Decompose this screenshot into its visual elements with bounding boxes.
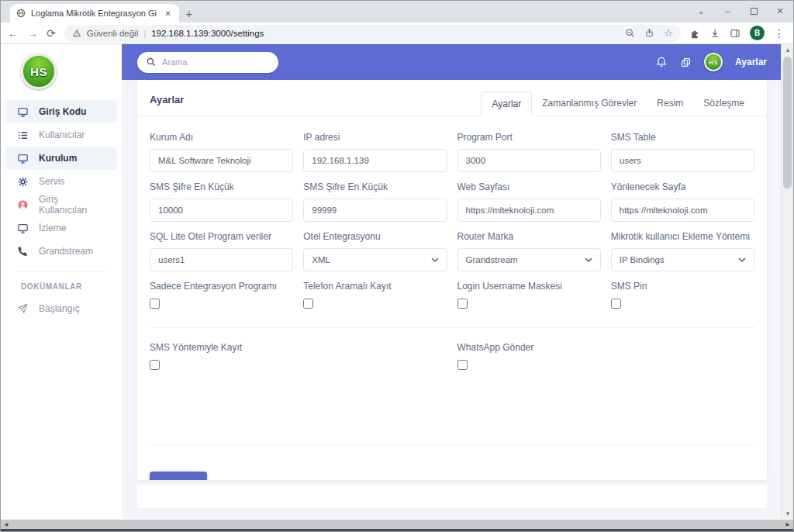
router-marka-select[interactable]: Grandstream (457, 248, 601, 271)
url-text[interactable]: 192.168.1.139:3000/settings (151, 29, 264, 38)
user-avatar-text: HS (709, 59, 718, 66)
checkbox-telefon-aramali: Telefon Aramalı Kayıt (303, 281, 447, 312)
tab-title: Loglama Mikrotik Entegrasyon Gi (31, 9, 158, 18)
horizontal-scrollbar[interactable]: ◄ ► (1, 520, 793, 529)
sidebar-item-grandstream[interactable]: Grandstream (5, 240, 117, 263)
yonlenecek-sayfa-input[interactable] (611, 199, 754, 222)
side-panel-icon[interactable] (730, 28, 740, 39)
field-program-port: Program Port (457, 132, 601, 172)
app-header: HS Ayarlar (122, 44, 782, 80)
sms-pin-checkbox[interactable] (611, 299, 621, 309)
browser-window: { "colors": { "accent_indigo": "#5e6bd3"… (0, 0, 794, 532)
chevron-down-icon (738, 257, 746, 262)
notifications-bell-icon[interactable] (655, 56, 668, 68)
new-tab-button[interactable]: + (179, 4, 199, 22)
extensions-puzzle-icon[interactable] (689, 28, 700, 39)
vertical-scrollbar-thumb[interactable] (783, 57, 792, 188)
field-sqlite-otel: SQL Lite Otel Program veriler (150, 231, 293, 271)
sidebar-item-izleme[interactable]: İzleme (5, 216, 117, 240)
field-sms-sifre-max: SMS Şifre En Küçük (303, 181, 447, 222)
user-avatar[interactable]: HS (704, 53, 723, 71)
settings-form: Kurum Adı IP adresi Program Port SMS Tab… (137, 116, 767, 480)
sidebar-item-baslangic[interactable]: Başlangıç (5, 297, 117, 320)
ip-adresi-input[interactable] (303, 149, 447, 172)
otel-entegrasyonu-select[interactable]: XML (303, 248, 447, 271)
spacer (150, 376, 754, 432)
browser-menu-icon[interactable]: ⋮ (774, 27, 785, 40)
sidebar-item-kullanicilar[interactable]: Kullanıcılar (5, 123, 117, 147)
security-label[interactable]: Güvenli değil (87, 29, 138, 38)
tab-close-icon[interactable]: ✕ (164, 9, 173, 18)
profile-avatar[interactable]: B (750, 26, 765, 40)
card-header: Ayarlar Ayarlar Zamanlanmış Görevler Res… (137, 80, 767, 116)
download-icon[interactable] (709, 28, 720, 39)
settings-tabs: Ayarlar Zamanlanmış Görevler Resim Sözle… (481, 92, 754, 116)
checkbox-label: Telefon Aramalı Kayıt (303, 281, 447, 292)
sidebar-item-giris-kullanicilari[interactable]: Giriş Kullanıcıları (5, 193, 117, 216)
checkbox-label: Login Username Maskesi (457, 281, 601, 292)
checkbox-login-maskesi: Login Username Maskesi (457, 281, 601, 312)
window-close-button[interactable]: ✕ (767, 1, 793, 21)
save-button[interactable]: Kaydet (150, 472, 207, 480)
sidebar-item-label: Başlangıç (39, 303, 80, 314)
app-logo[interactable]: HS (1, 44, 122, 97)
tab-sozlesme[interactable]: Sözleşme (693, 92, 754, 116)
search-input[interactable] (162, 57, 269, 67)
apps-stack-icon[interactable] (680, 57, 692, 68)
tab-resim[interactable]: Resim (647, 92, 693, 116)
mikrotik-ekleme-select[interactable]: IP Bindings (611, 248, 754, 271)
bookmark-star-icon[interactable]: ☆ (664, 27, 673, 39)
browser-tab[interactable]: Loglama Mikrotik Entegrasyon Gi ✕ (10, 4, 179, 22)
tab-ayarlar[interactable]: Ayarlar (481, 92, 532, 116)
field-router-marka: Router Marka Grandstream (457, 231, 601, 271)
telefon-aramali-checkbox[interactable] (303, 299, 313, 309)
sidebar-item-label: İzleme (39, 223, 66, 233)
field-sms-sifre-min: SMS Şifre En Küçük (150, 181, 293, 222)
scroll-left-arrow[interactable]: ◄ (3, 521, 9, 528)
web-sayfasi-input[interactable] (457, 199, 601, 222)
tab-zamanlanmis-gorevler[interactable]: Zamanlanmış Görevler (532, 92, 647, 116)
kurum-adi-input[interactable] (150, 149, 293, 172)
sms-sifre-min-input[interactable] (150, 199, 293, 222)
checkbox-sms-pin: SMS Pin (611, 281, 754, 312)
search-box[interactable] (137, 52, 278, 73)
checkbox-sms-yontemiyle: SMS Yöntemiyle Kayıt (150, 342, 293, 373)
sidebar-item-label: Giriş Kullanıcıları (39, 194, 106, 216)
sms-table-input[interactable] (611, 149, 754, 172)
scroll-up-arrow[interactable]: ▲ (782, 44, 794, 55)
sidebar-item-giris-kodu[interactable]: Giriş Kodu (5, 100, 117, 123)
window-bottom-edge (1, 529, 793, 532)
sms-yontemiyle-checkbox[interactable] (150, 360, 160, 370)
chevron-down-icon (431, 257, 439, 262)
button-row: Kaydet (150, 459, 754, 480)
login-maskesi-checkbox[interactable] (457, 299, 468, 309)
share-icon[interactable] (644, 28, 654, 38)
reload-button[interactable]: ⟳ (47, 28, 56, 39)
vertical-scrollbar[interactable]: ▲ ▼ (781, 44, 793, 519)
sidebar-item-kurulum[interactable]: Kurulum (5, 147, 117, 170)
window-maximize-button[interactable] (740, 1, 767, 21)
sidebar-item-label: Giriş Kodu (39, 106, 86, 117)
address-separator: | (143, 29, 146, 38)
sqlite-otel-input[interactable] (150, 248, 293, 271)
select-value: IP Bindings (620, 255, 665, 264)
sadece-entegrasyon-checkbox[interactable] (150, 299, 160, 309)
favicon-globe-icon (16, 9, 26, 18)
window-chevron-icon[interactable]: ⌄ (688, 1, 714, 21)
field-kurum-adi: Kurum Adı (150, 132, 293, 172)
user-menu-label[interactable]: Ayarlar (735, 57, 767, 67)
forward-button[interactable]: → (27, 28, 38, 39)
window-minimize-button[interactable]: – (714, 1, 740, 21)
whatsapp-gonder-checkbox[interactable] (457, 360, 468, 370)
sms-sifre-max-input[interactable] (303, 199, 447, 222)
monitor-icon (16, 223, 29, 234)
scroll-down-arrow[interactable]: ▼ (782, 508, 794, 519)
program-port-input[interactable] (457, 149, 601, 172)
sidebar-item-servis[interactable]: Servis (5, 170, 117, 193)
scroll-right-arrow[interactable]: ► (785, 521, 791, 528)
select-value: Grandstream (466, 255, 518, 264)
address-bar[interactable]: Güvenli değil | 192.168.1.139:3000/setti… (64, 25, 681, 42)
zoom-icon[interactable] (625, 28, 635, 38)
back-button[interactable]: ← (8, 28, 19, 39)
monitor-icon (16, 153, 29, 164)
